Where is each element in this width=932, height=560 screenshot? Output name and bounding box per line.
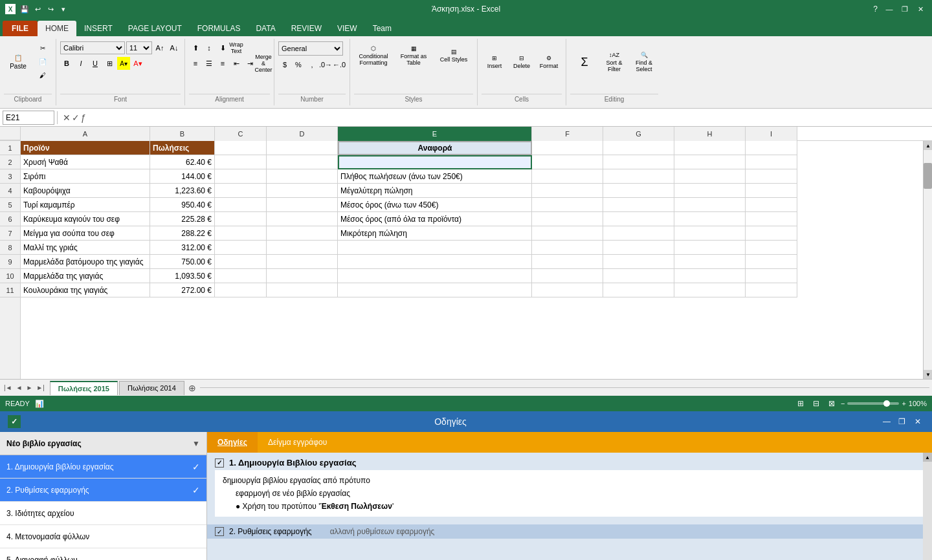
cell-d10[interactable] [267,269,338,283]
align-center-btn[interactable]: ☰ [203,57,216,70]
cell-e4[interactable]: Μέγαλύτερη πώληση [338,184,532,198]
cell-f2[interactable] [532,155,603,169]
zoom-out-btn[interactable]: − [841,400,845,407]
cell-e11[interactable] [338,283,532,297]
col-header-h[interactable]: H [674,127,746,141]
cell-c8[interactable] [215,241,267,255]
list-item[interactable]: 4. Μετονομασία φύλλων [0,525,206,548]
tab-file[interactable]: FILE [3,21,38,36]
shrink-font-btn[interactable]: A↓ [168,41,181,54]
copy-button[interactable]: 📄 [34,55,52,68]
col-header-b[interactable]: B [150,127,215,141]
cell-h1[interactable] [674,141,746,155]
cell-h2[interactable] [674,155,746,169]
checkbox-1[interactable]: ✓ [215,458,224,468]
align-middle-btn[interactable]: ↕ [203,41,216,54]
cell-i6[interactable] [746,212,797,226]
cell-e2[interactable] [338,155,532,169]
cell-i3[interactable] [746,169,797,184]
cell-a9[interactable]: Μαρμελάδα βατόμουρο της γιαγιάς [21,255,150,269]
cell-a1[interactable]: Προϊόν [21,141,150,155]
tab-home[interactable]: HOME [38,21,76,36]
cell-g4[interactable] [603,184,674,198]
cell-f1[interactable] [532,141,603,155]
decrease-indent-btn[interactable]: ⇤ [230,57,243,70]
undo-quick-btn[interactable]: ↩ [32,4,43,14]
bold-button[interactable]: B [60,57,73,70]
cell-a2[interactable]: Χρυσή Ψαθά [21,155,150,169]
cell-f10[interactable] [532,269,603,283]
cell-d7[interactable] [267,226,338,241]
cell-c5[interactable] [215,198,267,212]
cell-f9[interactable] [532,255,603,269]
tab-sample-doc[interactable]: Δείγμα εγγράφου [258,432,337,453]
number-format-select[interactable]: General [278,41,343,56]
cell-g7[interactable] [603,226,674,241]
cell-b7[interactable]: 288.22 € [150,226,215,241]
tab-view[interactable]: VIEW [329,21,365,36]
task-pane-close-btn[interactable]: ✕ [911,415,924,428]
cell-g5[interactable] [603,198,674,212]
cell-i5[interactable] [746,198,797,212]
find-select-btn[interactable]: 🔍 Find & Select [630,41,658,83]
scroll-thumb[interactable] [924,163,932,189]
cell-b3[interactable]: 144.00 € [150,169,215,184]
cell-i7[interactable] [746,226,797,241]
cell-d2[interactable] [267,155,338,169]
next-tab-btn[interactable]: ► [25,384,34,391]
format-as-table-btn[interactable]: ▦ Format as Table [394,41,433,70]
cell-h8[interactable] [674,241,746,255]
col-header-e[interactable]: E [338,127,532,141]
zoom-in-btn[interactable]: + [902,400,905,407]
merge-center-btn[interactable]: Merge & Center [257,57,270,70]
cell-g10[interactable] [603,269,674,283]
cell-c9[interactable] [215,255,267,269]
cell-b2[interactable]: 62.40 € [150,155,215,169]
cell-c2[interactable] [215,155,267,169]
cell-e3[interactable]: Πλήθος πωλήσεων (άνω των 250€) [338,169,532,184]
insert-btn[interactable]: ⊞ Insert [482,41,507,83]
redo-quick-btn[interactable]: ↪ [45,4,56,14]
percent-btn[interactable]: % [292,58,305,71]
cell-a6[interactable]: Καρύκευμα καγιούν του σεφ [21,212,150,226]
cell-i8[interactable] [746,241,797,255]
page-layout-view-btn[interactable]: ⊟ [810,398,823,409]
cell-d8[interactable] [267,241,338,255]
cell-i9[interactable] [746,255,797,269]
cell-c3[interactable] [215,169,267,184]
cell-f4[interactable] [532,184,603,198]
col-header-f[interactable]: F [532,127,603,141]
font-name-select[interactable]: Calibri [60,41,125,54]
last-tab-btn[interactable]: ►| [35,384,46,391]
cell-c1[interactable] [215,141,267,155]
col-header-d[interactable]: D [267,127,338,141]
cell-d4[interactable] [267,184,338,198]
cell-h10[interactable] [674,269,746,283]
cell-c10[interactable] [215,269,267,283]
task-pane-maximize-btn[interactable]: ❐ [896,415,909,428]
cell-g3[interactable] [603,169,674,184]
scroll-up-btn[interactable]: ▲ [924,141,932,150]
cell-f7[interactable] [532,226,603,241]
cell-h4[interactable] [674,184,746,198]
cell-i1[interactable] [746,141,797,155]
cell-e9[interactable] [338,255,532,269]
cell-d11[interactable] [267,283,338,297]
cell-i2[interactable] [746,155,797,169]
cell-d1[interactable] [267,141,338,155]
list-item[interactable]: 2. Ρυθμίσεις εφαρμογής ✓ [0,479,206,502]
font-size-select[interactable]: 11 [126,41,152,54]
cell-f5[interactable] [532,198,603,212]
delete-btn[interactable]: ⊟ Delete [509,41,535,83]
vertical-scrollbar[interactable]: ▲ ▼ [923,141,932,379]
align-bottom-btn[interactable]: ⬇ [216,41,229,54]
col-header-a[interactable]: A [21,127,150,141]
maximize-btn[interactable]: ❐ [898,4,911,14]
sheet-tab-2014[interactable]: Πωλήσεις 2014 [119,381,184,395]
borders-button[interactable]: ⊞ [103,57,116,70]
customize-quick-btn[interactable]: ▾ [58,4,69,14]
cell-f3[interactable] [532,169,603,184]
cell-i4[interactable] [746,184,797,198]
cell-d6[interactable] [267,212,338,226]
cell-i11[interactable] [746,283,797,297]
